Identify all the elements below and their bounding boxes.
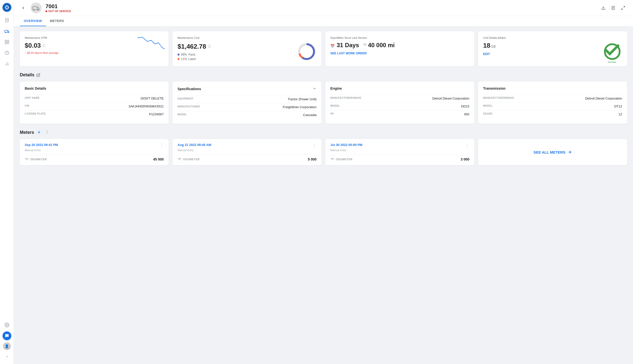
document-button[interactable]	[609, 4, 617, 12]
detail-row-equipment: EQUIPMENT Tractor (Power Unit)	[177, 95, 316, 103]
meter-card-2-header: Aug 21 2022 09:40 AM ⋮	[177, 143, 316, 148]
meter-type-1: Manual Entry	[25, 149, 164, 152]
status-badge: OUT OF SERVICE	[46, 10, 71, 12]
meters-section: Meters 4 Sep 20 2022 09:41 PM ⋮	[20, 130, 627, 165]
engine-title: Engine	[330, 86, 469, 90]
sidebar-item-history[interactable]	[3, 48, 11, 57]
meter-card-1: Sep 20 2022 09:41 PM ⋮ Manual Entry ODOM…	[20, 139, 169, 165]
detail-row-trans-gears: GEARS 12	[483, 110, 622, 118]
cost-breakdown: 89% Parts 11% Labor	[177, 53, 211, 61]
sparkline-chart	[137, 35, 165, 50]
download-button[interactable]	[599, 4, 607, 12]
days-miles-card: Days/Miles Since Last Service 📅 31 Days …	[325, 31, 474, 66]
sidebar-item-assets[interactable]	[3, 38, 11, 46]
sidebar-item-settings[interactable]	[3, 320, 11, 330]
detail-row-engine-make: MANUFACTURER/MAKE Detroit Diesel Corpora…	[330, 94, 469, 102]
cpm-value: $0.03	[25, 42, 41, 50]
svg-rect-4	[5, 30, 8, 32]
user-avatar[interactable]: 👤	[3, 342, 11, 350]
sidebar-item-fleet[interactable]	[3, 27, 11, 36]
meter-reading-val-1: 45 000	[153, 157, 164, 161]
parts-dot	[177, 54, 179, 56]
transmission-card: Transmission MANUFACTURER/MAKE Detroit D…	[478, 82, 627, 124]
sidebar-item-charts[interactable]	[3, 59, 11, 68]
detail-row-engine-model: MODEL DD15	[330, 102, 469, 110]
cost-value: $1,462.78	[177, 43, 206, 50]
specifications-card: Specifications EQUIPMENT Tractor (Power …	[173, 82, 321, 124]
see-all-meters-card[interactable]: SEE ALL METERS	[478, 139, 627, 165]
maintenance-cost-card: Maintenance Cost $1,462.78 ⓘ 89% Parts	[173, 31, 321, 66]
meter-reading-label-1: ODOMETER	[25, 157, 47, 161]
meter-card-3: Jul 30 2022 05:00 PM ⋮ Manual Entry ODOM…	[325, 139, 474, 165]
chevron-down-icon[interactable]	[313, 86, 316, 91]
details-cards-row: Basic Details UNIT NAME DON'T DELETE VIN…	[20, 82, 627, 124]
cost-donut-chart	[297, 42, 316, 62]
days-group: 📅 31 Days	[330, 42, 359, 49]
meter-reading-label-3: ODOMETER	[330, 157, 353, 161]
status-text: OUT OF SERVICE	[48, 10, 71, 12]
days-miles-row: 📅 31 Days 40 000 mi	[330, 42, 469, 49]
svg-line-24	[621, 8, 623, 10]
meter-date-1: Sep 20 2022 09:41 PM	[25, 143, 58, 147]
meter-more-icon-2[interactable]: ⋮	[313, 143, 316, 148]
content-area: Maintenance CPM $0.03 ⓘ ↑ $0.03 above fl…	[14, 26, 633, 364]
labor-item: 11% Labor	[177, 57, 211, 61]
details-edit-pencil[interactable]	[36, 73, 40, 77]
summary-cards: Maintenance CPM $0.03 ⓘ ↑ $0.03 above fl…	[20, 31, 627, 66]
unit-avatar	[31, 2, 42, 13]
transmission-title: Transmission	[483, 86, 622, 90]
meters-more-icon[interactable]	[45, 130, 49, 135]
meter-more-icon-3[interactable]: ⋮	[465, 143, 469, 148]
tab-overview[interactable]: OVERVIEW	[20, 16, 46, 26]
arrow-right-icon	[567, 150, 572, 154]
meter-reading-val-2: 5 000	[308, 157, 316, 161]
svg-rect-9	[5, 42, 7, 44]
meter-card-2: Aug 21 2022 09:40 AM ⋮ Manual Entry ODOM…	[173, 139, 321, 165]
meters-title: Meters	[20, 130, 34, 135]
engine-card: Engine MANUFACTURER/MAKE Detroit Diesel …	[325, 82, 474, 124]
meter-reading-row-2: ODOMETER 5 000	[177, 154, 316, 161]
back-button[interactable]	[20, 4, 27, 11]
unit-number: 7001	[46, 3, 71, 10]
meters-count-badge: 4	[36, 130, 42, 134]
app-logo[interactable]	[3, 3, 11, 12]
detail-row-vin: VIN 3AKJHHDR4NSMX3521	[25, 102, 164, 110]
meter-reading-row-3: ODOMETER 3 000	[330, 154, 469, 161]
meter-more-icon-1[interactable]: ⋮	[160, 143, 164, 148]
status-dot	[46, 10, 47, 12]
svg-point-30	[47, 130, 47, 131]
detail-row-manufacturer: MANUFACTURER Freightliner Corporation	[177, 103, 316, 111]
tab-meters[interactable]: METERS	[46, 16, 68, 26]
odometer-icon-3	[330, 157, 334, 161]
meter-card-3-header: Jul 30 2022 05:00 PM ⋮	[330, 143, 469, 148]
details-section-header: Details	[20, 72, 627, 78]
svg-rect-10	[7, 42, 9, 44]
days-miles-label: Days/Miles Since Last Service	[330, 36, 469, 39]
meter-date-2: Aug 21 2022 09:40 AM	[177, 143, 211, 147]
detail-row-trans-model: MODEL DT12	[483, 102, 622, 110]
svg-point-31	[47, 132, 47, 132]
expand-button[interactable]	[619, 4, 627, 12]
chat-button[interactable]	[3, 332, 11, 340]
progress-label: All Done	[602, 40, 622, 63]
cost-info-icon[interactable]: ⓘ	[208, 44, 211, 49]
meter-reading-val-3: 3 000	[461, 157, 469, 161]
cpm-info-icon[interactable]: ⓘ	[42, 44, 46, 48]
labor-dot	[177, 58, 179, 60]
signal-icon	[363, 43, 367, 48]
meter-card-1-header: Sep 20 2022 09:41 PM ⋮	[25, 143, 164, 148]
svg-rect-8	[7, 40, 9, 42]
svg-point-15	[6, 324, 8, 326]
unit-fraction-denominator: /18	[491, 44, 496, 48]
see-work-order-link[interactable]: SEE LAST WORK ORDER	[330, 52, 469, 55]
parts-item: 89% Parts	[177, 53, 211, 56]
main-content: 7001 OUT OF SERVICE	[14, 0, 633, 364]
see-all-meters-link[interactable]: SEE ALL METERS	[533, 150, 572, 154]
sidebar-item-reports[interactable]	[3, 16, 11, 25]
edit-link[interactable]: EDIT	[483, 52, 496, 56]
unit-info: 7001 OUT OF SERVICE	[46, 3, 71, 12]
collapse-button[interactable]	[3, 352, 11, 361]
cost-label: Maintenance Cost	[177, 36, 316, 39]
detail-row-trans-make: MANUFACTURER/MAKE Detroit Diesel Corpora…	[483, 94, 622, 102]
svg-line-23	[623, 6, 625, 8]
